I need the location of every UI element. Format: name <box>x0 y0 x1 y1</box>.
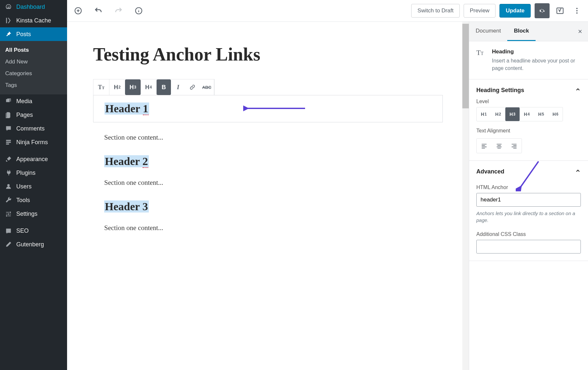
post-title-input[interactable]: Testing Anchor Links <box>93 44 443 65</box>
sub-item-all-posts[interactable]: All Posts <box>0 44 67 56</box>
sub-item-tags[interactable]: Tags <box>0 79 67 91</box>
sidebar-label: Kinsta Cache <box>16 17 51 24</box>
more-menu-button[interactable] <box>570 4 583 17</box>
level-h2[interactable]: H2 <box>491 107 505 121</box>
scrollbar-thumb[interactable] <box>462 24 469 108</box>
admin-sidebar: Dashboard Kinsta Cache Posts All Posts A… <box>0 0 67 370</box>
gauge-icon <box>5 3 12 10</box>
css-class-input[interactable] <box>476 240 581 254</box>
align-center-button[interactable] <box>492 139 507 153</box>
info-button[interactable] <box>132 4 145 17</box>
css-class-label: Additional CSS Class <box>476 231 581 237</box>
sidebar-label: Pages <box>16 112 33 118</box>
chevron-up-icon <box>575 168 581 175</box>
align-selector <box>476 138 522 153</box>
scrollbar[interactable] <box>462 22 469 370</box>
level-label: Level <box>476 99 581 104</box>
link-button[interactable] <box>185 79 200 95</box>
pages-icon <box>5 111 12 118</box>
sidebar-label: Settings <box>16 211 37 217</box>
svg-line-8 <box>520 161 539 187</box>
annotation-arrow-icon <box>516 159 542 192</box>
sidebar-item-users[interactable]: Users <box>0 180 67 193</box>
html-anchor-input[interactable] <box>476 193 581 207</box>
heading-level-h2[interactable]: H2 <box>109 79 125 95</box>
sidebar-label: Comments <box>16 125 45 132</box>
sub-item-categories[interactable]: Categories <box>0 68 67 79</box>
panel-tabs: Document Block × <box>469 22 588 41</box>
level-selector: H1 H2 H3 H4 H5 H6 <box>476 107 563 121</box>
sidebar-item-ninja-forms[interactable]: Ninja Forms <box>0 135 67 149</box>
level-h5[interactable]: H5 <box>534 107 548 121</box>
sidebar-item-kinsta-cache[interactable]: Kinsta Cache <box>0 14 67 27</box>
level-h3[interactable]: H3 <box>505 107 520 121</box>
update-button[interactable]: Update <box>499 4 531 18</box>
wrench-icon <box>5 197 12 204</box>
sidebar-label: Media <box>16 98 32 105</box>
tab-block[interactable]: Block <box>507 22 535 41</box>
align-left-button[interactable] <box>477 139 492 153</box>
sliders-icon <box>5 210 12 217</box>
paragraph-block[interactable]: Section one content... <box>93 133 443 142</box>
sidebar-item-tools[interactable]: Tools <box>0 193 67 207</box>
sidebar-item-comments[interactable]: Comments <box>0 122 67 135</box>
paragraph-block[interactable]: Section one content... <box>93 224 443 232</box>
sidebar-label: Posts <box>16 31 31 38</box>
sidebar-item-pages[interactable]: Pages <box>0 108 67 122</box>
svg-point-0 <box>7 184 9 186</box>
heading-settings-toggle[interactable]: Heading Settings <box>476 87 581 94</box>
heading-settings-section: Heading Settings Level H1 H2 H3 H4 H5 H6… <box>469 79 588 161</box>
sidebar-label: SEO <box>16 227 29 234</box>
anchor-help-text: Anchors lets you link directly to a sect… <box>476 210 581 224</box>
heading-block[interactable]: Header 2 <box>93 155 443 168</box>
sidebar-label: Appearance <box>16 156 48 163</box>
annotation-arrow-icon <box>243 104 308 112</box>
sidebar-item-seo[interactable]: SEO <box>0 224 67 238</box>
kinsta-icon <box>5 17 12 24</box>
comment-icon <box>5 125 12 132</box>
sidebar-item-posts[interactable]: Posts <box>0 27 67 41</box>
yoast-toggle-button[interactable] <box>553 4 567 17</box>
heading-block-selected[interactable]: Header 1 <box>93 95 443 122</box>
strikethrough-button[interactable]: ABC <box>200 79 214 95</box>
settings-toggle-button[interactable] <box>535 3 550 18</box>
brush-icon <box>5 156 12 163</box>
sidebar-label: Plugins <box>16 170 35 176</box>
chevron-up-icon <box>575 87 581 94</box>
sidebar-item-gutenberg[interactable]: Gutenberg <box>0 238 67 251</box>
close-panel-button[interactable]: × <box>572 27 588 36</box>
sidebar-item-media[interactable]: Media <box>0 94 67 108</box>
add-block-button[interactable] <box>72 4 85 17</box>
redo-button[interactable] <box>112 4 125 17</box>
block-name: Heading <box>492 48 581 55</box>
level-h6[interactable]: H6 <box>548 107 563 121</box>
sidebar-item-settings[interactable]: Settings <box>0 207 67 221</box>
bold-button[interactable]: B <box>157 79 171 95</box>
heading-level-h4[interactable]: H4 <box>141 79 156 95</box>
level-h1[interactable]: H1 <box>477 107 491 121</box>
align-right-button[interactable] <box>507 139 522 153</box>
sidebar-label: Ninja Forms <box>16 139 48 146</box>
editor-topbar: Switch to Draft Preview Update <box>67 0 588 22</box>
yoast-icon <box>5 227 12 234</box>
sidebar-item-plugins[interactable]: Plugins <box>0 166 67 180</box>
sidebar-item-appearance[interactable]: Appearance <box>0 152 67 166</box>
heading-block[interactable]: Header 3 <box>93 200 443 213</box>
sidebar-item-dashboard[interactable]: Dashboard <box>0 0 67 14</box>
editor-canvas: Testing Anchor Links TT H2 H3 H4 B <box>67 22 469 370</box>
italic-button[interactable]: I <box>171 79 185 95</box>
sidebar-label: Tools <box>16 197 30 204</box>
preview-button[interactable]: Preview <box>464 4 496 18</box>
sidebar-label: Gutenberg <box>16 241 44 248</box>
sub-item-add-new[interactable]: Add New <box>0 56 67 68</box>
block-toolbar: TT H2 H3 H4 B I ABC <box>93 79 215 95</box>
transform-block-button[interactable]: TT <box>93 79 109 95</box>
heading-level-h3[interactable]: H3 <box>125 79 141 95</box>
pin-icon <box>5 31 12 38</box>
undo-button[interactable] <box>92 4 105 17</box>
media-icon <box>5 98 12 105</box>
paragraph-block[interactable]: Section one content... <box>93 179 443 187</box>
switch-to-draft-button[interactable]: Switch to Draft <box>411 4 460 18</box>
tab-document[interactable]: Document <box>469 22 507 41</box>
level-h4[interactable]: H4 <box>520 107 534 121</box>
